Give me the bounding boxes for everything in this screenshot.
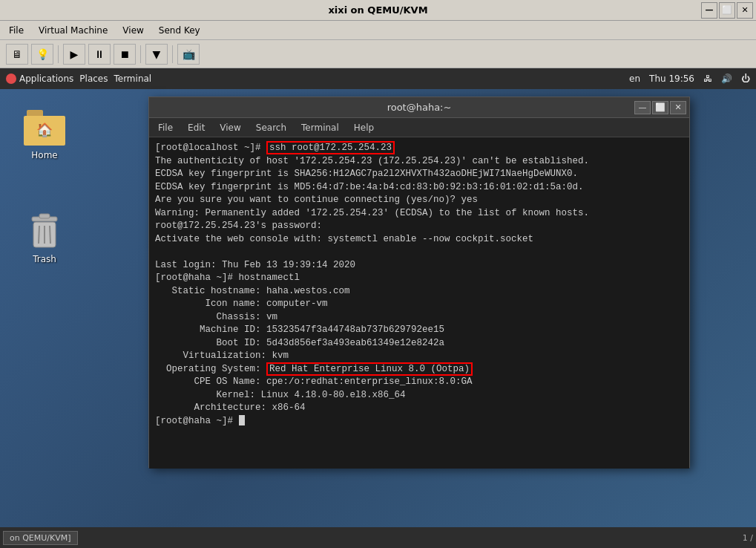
terminal-line-0: [root@localhost ~]# ssh root@172.25.254.… <box>155 142 683 155</box>
terminal-line-15: Boot ID: 5d43d856ef3a493eab61349e12e8242… <box>155 337 683 350</box>
bulb-toolbar-btn[interactable]: 💡 <box>31 44 53 65</box>
trash-icon-label: Trash <box>33 254 56 264</box>
gnome-bar: Applications Places Terminal en Thu 19:5… <box>0 68 756 89</box>
places-menu[interactable]: Places <box>79 74 108 84</box>
pause-toolbar-btn[interactable]: ⏸ <box>88 44 111 65</box>
terminal-line-14: Machine ID: 15323547f3a44748ab737b629792… <box>155 324 683 337</box>
toolbar-separator-3 <box>172 45 173 63</box>
terminal-menubar: File Edit View Search Terminal Help <box>149 118 689 137</box>
locale-indicator: en <box>629 74 640 84</box>
menu-send-key[interactable]: Send Key <box>153 24 206 37</box>
terminal-line-12: Icon name: computer-vm <box>155 298 683 311</box>
maximize-button[interactable]: ⬜ <box>719 2 735 19</box>
terminal-line-17: Operating System: Red Hat Enterprise Lin… <box>155 363 683 376</box>
term-menu-help[interactable]: Help <box>348 121 380 134</box>
qemu-outer-window: xixi on QEMU/KVM — ⬜ ✕ File Virtual Mach… <box>0 0 756 548</box>
terminal-line-11: Static hostname: haha.westos.com <box>155 285 683 299</box>
toolbar-separator-1 <box>58 45 59 63</box>
terminal-titlebar-buttons: — ⬜ ✕ <box>634 101 686 114</box>
terminal-title: root@haha:~ <box>387 102 452 113</box>
terminal-line-13: Chassis: vm <box>155 311 683 324</box>
terminal-line-7: Activate the web console with: systemctl… <box>155 233 683 247</box>
qemu-titlebar-buttons: — ⬜ ✕ <box>701 2 753 19</box>
terminal-line-1: The authenticity of host '172.25.254.23 … <box>155 155 683 169</box>
applications-label: Applications <box>19 74 73 84</box>
home-folder-icon: 🏠 <box>24 107 65 149</box>
applications-menu[interactable]: Applications <box>6 74 73 84</box>
menu-virtual-machine[interactable]: Virtual Machine <box>33 24 114 37</box>
desktop-icon-trash[interactable]: Trash <box>15 208 74 267</box>
terminal-titlebar: root@haha:~ — ⬜ ✕ <box>149 97 689 118</box>
os-highlight: Red Hat Enterprise Linux 8.0 (Ootpa) <box>266 362 473 376</box>
terminal-line-21: [root@haha ~]# <box>155 415 683 428</box>
taskbar-page: 1 / <box>743 533 753 543</box>
term-menu-terminal[interactable]: Terminal <box>295 121 345 134</box>
taskbar-qemu-item[interactable]: on QEMU/KVM] <box>3 531 78 545</box>
play-toolbar-btn[interactable]: ▶ <box>63 44 85 65</box>
terminal-line-20: Architecture: x86-64 <box>155 402 683 415</box>
gnome-logo <box>6 74 16 84</box>
stop-toolbar-btn[interactable]: ⏹ <box>114 44 136 65</box>
toolbar-separator-2 <box>140 45 141 63</box>
ssh-highlight: ssh root@172.25.254.23 <box>266 141 395 154</box>
desktop-icon-home[interactable]: 🏠 Home <box>15 104 74 163</box>
menu-file[interactable]: File <box>3 24 30 37</box>
term-menu-view[interactable]: View <box>214 121 246 134</box>
terminal-line-19: Kernel: Linux 4.18.0-80.el8.x86_64 <box>155 389 683 402</box>
terminal-line-9: Last login: Thu Feb 13 19:39:14 2020 <box>155 259 683 273</box>
svg-rect-1 <box>39 214 50 218</box>
folder-tab <box>27 110 43 116</box>
terminal-minimize-btn[interactable]: — <box>634 101 651 114</box>
network-icon: 🖧 <box>703 74 712 84</box>
terminal-close-btn[interactable]: ✕ <box>670 101 686 114</box>
terminal-cursor <box>239 415 245 425</box>
folder-body: 🏠 <box>24 116 65 146</box>
terminal-window: root@haha:~ — ⬜ ✕ File Edit View Search … <box>148 97 690 468</box>
home-icon-label: Home <box>31 150 57 160</box>
terminal-maximize-btn[interactable]: ⬜ <box>652 101 668 114</box>
gnome-bar-right: en Thu 19:56 🖧 🔊 ⏻ <box>629 74 750 84</box>
power-icon: ⏻ <box>741 74 750 84</box>
house-symbol: 🏠 <box>36 122 53 137</box>
terminal-line-6: root@172.25.254.23's password: <box>155 220 683 233</box>
clock: Thu 19:56 <box>649 74 694 84</box>
qemu-menubar: File Virtual Machine View Send Key <box>0 21 756 40</box>
terminal-line-2: ECDSA key fingerprint is SHA256:H12AGC7p… <box>155 168 683 181</box>
trash-svg <box>26 212 63 251</box>
minimize-button[interactable]: — <box>701 2 717 19</box>
terminal-line-16: Virtualization: kvm <box>155 350 683 363</box>
dropdown-toolbar-btn[interactable]: ▼ <box>145 44 168 65</box>
taskbar: on QEMU/KVM] 1 / <box>0 527 756 548</box>
terminal-menu[interactable]: Terminal <box>114 74 151 84</box>
terminal-content[interactable]: [root@localhost ~]# ssh root@172.25.254.… <box>149 137 689 469</box>
terminal-line-8 <box>155 246 683 259</box>
display-toolbar-btn[interactable]: 📺 <box>177 44 200 65</box>
terminal-line-18: CPE OS Name: cpe:/o:redhat:enterprise_li… <box>155 376 683 389</box>
trash-icon <box>24 211 65 252</box>
term-menu-search[interactable]: Search <box>250 121 292 134</box>
qemu-toolbar: 🖥 💡 ▶ ⏸ ⏹ ▼ 📺 <box>0 40 756 68</box>
svg-line-3 <box>39 226 39 244</box>
terminal-line-4: Are you sure you want to continue connec… <box>155 194 683 207</box>
terminal-line-10: [root@haha ~]# hostnamectl <box>155 272 683 285</box>
menu-view[interactable]: View <box>116 24 149 37</box>
close-button[interactable]: ✕ <box>737 2 753 19</box>
terminal-line-5: Warning: Permanently added '172.25.254.2… <box>155 207 683 221</box>
qemu-window-title: xixi on QEMU/KVM <box>328 4 427 16</box>
svg-line-5 <box>50 226 50 244</box>
monitor-toolbar-btn[interactable]: 🖥 <box>6 44 28 65</box>
volume-icon: 🔊 <box>721 74 732 84</box>
term-menu-file[interactable]: File <box>152 121 179 134</box>
qemu-titlebar: xixi on QEMU/KVM — ⬜ ✕ <box>0 0 756 21</box>
desktop: 🏠 Home Trash <box>0 89 756 548</box>
term-menu-edit[interactable]: Edit <box>182 121 211 134</box>
terminal-line-3: ECDSA key fingerprint is MD5:64:d7:be:4a… <box>155 181 683 195</box>
